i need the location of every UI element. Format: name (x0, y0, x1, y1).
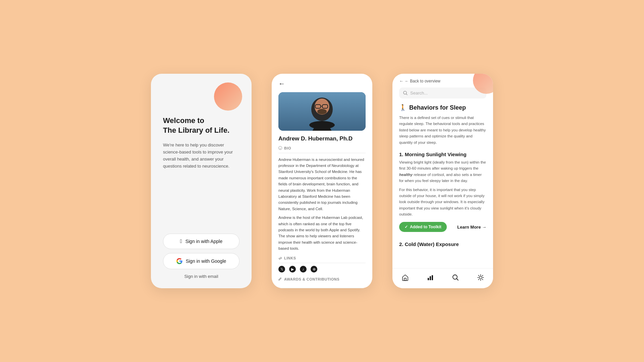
svg-point-18 (479, 276, 482, 279)
back-to-overview-nav: ← ← Back to overview (392, 74, 493, 83)
behavior-1-desc2: For this behavior, it is important that … (399, 187, 486, 218)
search-bar[interactable]: Search... (399, 87, 486, 99)
chart-nav-icon[interactable] (421, 273, 439, 284)
behaviors-main-title: 🚶 Behaviors for Sleep (399, 104, 486, 111)
profile-header: ← (272, 74, 372, 87)
sign-in-google-button[interactable]: Sign in with Google (163, 253, 239, 269)
svg-line-17 (457, 279, 458, 280)
bio-label: i BIO (278, 146, 366, 150)
behavior-1-title: 1. Morning Sunlight Viewing (399, 152, 486, 157)
awards-label: AWARDS & CONTRIBUTIONS (278, 277, 366, 281)
main-title-text: Behaviors for Sleep (409, 104, 466, 111)
svg-rect-14 (430, 276, 431, 280)
desc1-em: healthy (399, 173, 413, 177)
svg-line-25 (482, 275, 483, 276)
nav-back-label[interactable]: ← Back to overview (405, 79, 440, 83)
behavior-1-actions: ✓ Added to Toolkit Learn More → (399, 222, 486, 235)
desc1-text: Viewing bright light (ideally from the s… (399, 160, 486, 170)
behavior-1-desc1: Viewing bright light (ideally from the s… (399, 159, 486, 184)
spotify-icon[interactable]: ♪ (300, 266, 307, 273)
learn-more-link[interactable]: Learn More → (457, 225, 486, 230)
links-divider (278, 263, 366, 263)
behavior-2-title: 2. Cold (Water) Exposure (399, 241, 486, 247)
profile-card: ← Andrew D. H (272, 74, 372, 288)
profile-name: Andrew D. Huberman, Ph.D (278, 135, 366, 142)
awards-divider (278, 288, 366, 288)
web-icon[interactable]: ⊕ (311, 266, 317, 273)
svg-point-6 (317, 109, 327, 114)
svg-line-26 (478, 279, 479, 280)
profile-image (278, 92, 366, 131)
info-icon: i (278, 146, 282, 150)
svg-point-7 (309, 121, 335, 129)
apple-icon:  (180, 239, 182, 244)
links-label: LINKS (278, 256, 366, 260)
svg-line-23 (478, 275, 479, 276)
svg-rect-12 (404, 278, 406, 281)
added-label: Added to Toolkit (410, 225, 441, 229)
youtube-icon[interactable]: ▶ (289, 266, 296, 273)
back-button[interactable]: ← (278, 80, 285, 87)
login-subtitle: We're here to help you discover science-… (163, 142, 239, 223)
sign-in-apple-button[interactable]:  Sign in with Apple (163, 234, 239, 249)
google-icon (176, 258, 182, 264)
checkmark-icon: ✓ (405, 225, 408, 229)
svg-rect-15 (432, 275, 433, 280)
edit-icon (278, 278, 282, 281)
svg-text:i: i (280, 147, 280, 150)
search-nav-icon[interactable] (446, 273, 465, 284)
sign-in-email-link[interactable]: Sign in with email (163, 274, 239, 279)
behaviors-intro: There is a defined set of cues or stimul… (399, 115, 486, 145)
apple-button-label: Sign in with Apple (185, 239, 223, 244)
added-to-toolkit-button[interactable]: ✓ Added to Toolkit (399, 222, 447, 232)
bottom-nav (392, 268, 493, 288)
walk-icon: 🚶 (399, 104, 407, 111)
search-placeholder: Search... (410, 90, 428, 96)
profile-bio-text1: Andrew Huberman is a neuroscientist and … (278, 157, 366, 212)
twitter-icon[interactable]: 𝕏 (278, 266, 285, 273)
behaviors-card: ← ← Back to overview Search... 🚶 Behavio… (392, 74, 493, 288)
login-buttons:  Sign in with Apple Sign in with Google (163, 234, 239, 269)
search-icon (403, 91, 408, 95)
login-title: Welcome to The Library of Life. (163, 116, 239, 135)
home-nav-icon[interactable] (396, 273, 414, 284)
social-icons-row: 𝕏 ▶ ♪ ⊕ (278, 266, 366, 273)
google-button-label: Sign in with Google (186, 258, 226, 264)
svg-line-11 (406, 94, 407, 95)
sun-nav-icon[interactable] (472, 273, 490, 284)
svg-line-24 (482, 279, 483, 280)
bio-divider (278, 153, 366, 153)
profile-avatar-svg (278, 92, 366, 131)
login-card: Welcome to The Library of Life. We're he… (151, 74, 252, 288)
decorative-circle (214, 82, 242, 111)
link-icon (278, 256, 282, 260)
nav-arrow-icon: ← (399, 78, 404, 83)
behaviors-content: 🚶 Behaviors for Sleep There is a defined… (392, 99, 493, 268)
svg-rect-13 (428, 278, 429, 280)
profile-bio-text2: Andrew is the host of the Huberman Lab p… (278, 215, 366, 251)
